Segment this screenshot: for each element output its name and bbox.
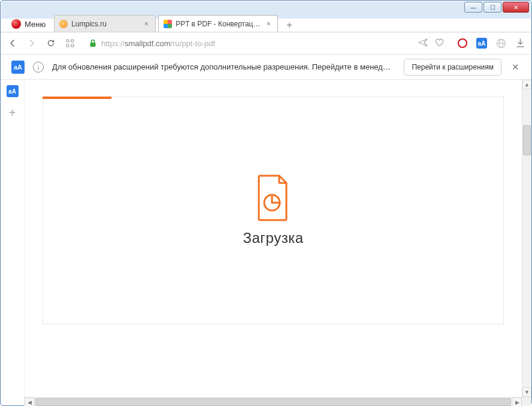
svg-rect-4 [90, 43, 96, 47]
tab-label: PPT в PDF - Конвертация [176, 20, 261, 28]
url-protocol: https:// [101, 39, 125, 48]
speed-dial-button[interactable] [64, 37, 76, 49]
left-sidebar: аА + [1, 80, 25, 406]
lock-icon [89, 39, 96, 47]
vpn-globe-icon[interactable] [495, 38, 506, 49]
tab-lumpics[interactable]: Lumpics.ru × [54, 15, 156, 32]
notice-go-to-extensions-button[interactable]: Перейти к расширениям [404, 59, 501, 76]
scroll-up-arrow-icon[interactable]: ▲ [522, 80, 531, 89]
notice-translate-icon: аА [11, 61, 25, 74]
tab-strip: Меню Lumpics.ru × PPT в PDF - Конвертаци… [1, 14, 531, 32]
address-actions [418, 38, 444, 49]
content-row: аА + За [1, 80, 531, 406]
tab-close-button[interactable]: × [264, 20, 273, 28]
svg-rect-1 [71, 40, 74, 42]
tab-close-button[interactable]: × [142, 20, 150, 28]
opera-menu-label: Меню [25, 20, 46, 29]
tab-smallpdf[interactable]: PPT в PDF - Конвертация × [158, 15, 278, 32]
vertical-scrollbar[interactable]: ▲ ▼ [522, 80, 531, 397]
toolbar-right: аА [457, 38, 525, 49]
nav-forward-button[interactable] [26, 37, 38, 49]
loading-label: Загрузка [243, 230, 303, 246]
opera-small-icon[interactable] [457, 38, 468, 49]
window-maximize-button[interactable]: ☐ [483, 2, 501, 13]
url-path: /ru/ppt-to-pdf [171, 39, 215, 48]
vertical-scroll-track[interactable] [522, 89, 531, 387]
notice-text: Для обновления расширений требуются допо… [52, 62, 395, 71]
lumpics-favicon-icon [59, 20, 68, 28]
nav-back-button[interactable] [7, 37, 19, 49]
scroll-down-arrow-icon[interactable]: ▼ [522, 387, 531, 397]
send-icon[interactable] [418, 38, 428, 49]
sidebar-translate-icon[interactable]: аА [6, 85, 19, 98]
nav-reload-button[interactable] [45, 37, 57, 49]
horizontal-scroll-thumb[interactable] [35, 398, 511, 406]
horizontal-scroll-track[interactable] [34, 398, 512, 406]
tab-label: Lumpics.ru [71, 20, 138, 28]
new-tab-button[interactable]: + [282, 19, 297, 32]
page-viewport: Загрузка ▲ ▼ ◀ ▶ [25, 80, 531, 406]
scrollbar-corner [522, 397, 531, 406]
opera-logo-icon [11, 19, 21, 29]
extension-notice-bar: аА i Для обновления расширений требуются… [1, 55, 531, 80]
window-close-button[interactable]: ✕ [503, 2, 529, 13]
bookmark-heart-icon[interactable] [435, 38, 444, 49]
notice-info-icon: i [33, 62, 44, 73]
download-icon[interactable] [515, 38, 525, 49]
translate-extension-icon[interactable]: аА [476, 38, 487, 49]
browser-window: — ☐ ✕ Меню Lumpics.ru × PPT в PDF - Конв… [0, 0, 532, 406]
smallpdf-favicon-icon [164, 20, 172, 28]
presentation-file-icon [255, 175, 291, 221]
vertical-scroll-thumb[interactable] [523, 125, 531, 155]
address-bar[interactable]: https://smallpdf.com/ru/ppt-to-pdf [83, 35, 450, 52]
scroll-right-arrow-icon[interactable]: ▶ [512, 398, 522, 406]
page-content: Загрузка [25, 80, 522, 397]
url-host: smallpdf.com [125, 39, 171, 48]
scroll-left-arrow-icon[interactable]: ◀ [25, 398, 34, 406]
horizontal-scrollbar[interactable]: ◀ ▶ [25, 397, 522, 406]
sidebar-add-button[interactable]: + [6, 106, 19, 119]
upload-card: Загрузка [43, 97, 504, 324]
svg-rect-3 [71, 44, 74, 47]
window-controls: — ☐ ✕ [464, 2, 529, 13]
url-text: https://smallpdf.com/ru/ppt-to-pdf [101, 39, 215, 48]
opera-menu-button[interactable]: Меню [5, 16, 52, 32]
upload-progress-bar [43, 97, 111, 99]
window-minimize-button[interactable]: — [464, 2, 482, 13]
window-titlebar: — ☐ ✕ [1, 1, 531, 14]
svg-rect-0 [66, 40, 69, 42]
card-wrapper: Загрузка [25, 80, 522, 341]
notice-close-button[interactable]: ✕ [510, 62, 521, 73]
address-toolbar: https://smallpdf.com/ru/ppt-to-pdf аА [1, 32, 531, 55]
svg-rect-2 [66, 44, 69, 47]
